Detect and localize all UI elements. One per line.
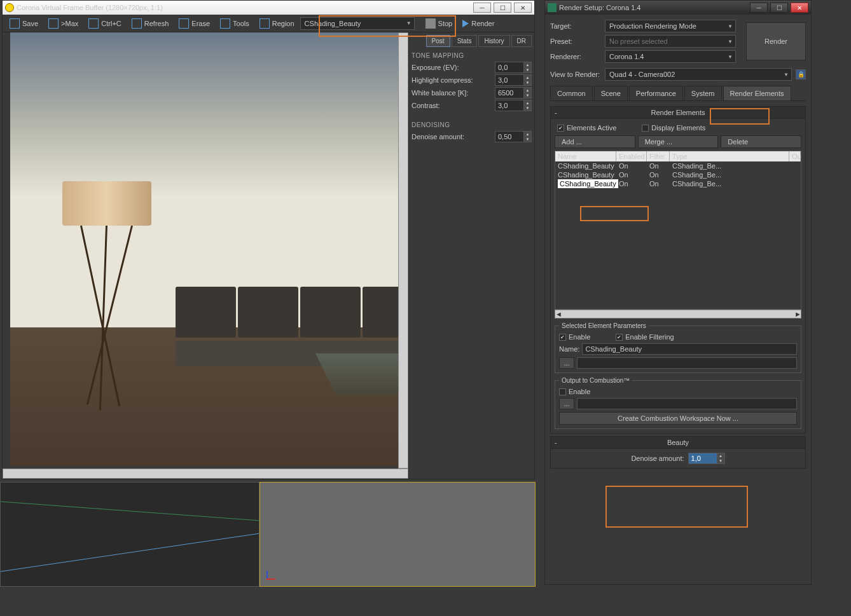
channel-dropdown[interactable]: CShading_Beauty [300, 17, 415, 30]
add-button[interactable]: Add ... [555, 135, 635, 148]
target-label: Target: [550, 22, 601, 30]
setup-maximize-button[interactable]: ☐ [770, 3, 788, 13]
erase-button[interactable]: Erase [174, 16, 214, 31]
contrast-spinner[interactable]: ▲▼ [495, 100, 532, 111]
tab-common[interactable]: Common [550, 86, 593, 100]
erase-icon [179, 18, 189, 29]
tab-render-elements[interactable]: Render Elements [723, 86, 791, 100]
minimize-button[interactable]: ─ [473, 3, 491, 13]
wb-spinner[interactable]: ▲▼ [495, 87, 532, 99]
stop-icon [426, 18, 436, 29]
app-icon [548, 3, 557, 12]
tab-post[interactable]: Post [426, 35, 450, 47]
beauty-denoise-label: Denoise amount: [631, 455, 684, 462]
viewport-strip [0, 482, 536, 587]
lamp-legs [74, 226, 140, 410]
delete-button[interactable]: Delete [721, 135, 801, 148]
stop-button[interactable]: Stop [421, 16, 457, 31]
close-button[interactable]: ✕ [514, 3, 532, 13]
preset-dropdown[interactable]: No preset selected [605, 35, 736, 48]
denoising-heading: DENOISING [412, 121, 532, 128]
combustion-path-input[interactable] [577, 398, 797, 409]
contrast-label: Contrast: [412, 102, 492, 109]
render-viewport[interactable] [3, 32, 408, 479]
ctrlc-button[interactable]: Ctrl+C [84, 16, 125, 31]
tab-scene[interactable]: Scene [594, 86, 628, 100]
save-icon [10, 18, 20, 29]
exposure-label: Exposure (EV): [412, 64, 492, 71]
beauty-rollout[interactable]: -Beauty [550, 436, 806, 449]
create-combustion-button[interactable]: Create Combustion Workspace Now ... [559, 412, 797, 425]
tab-history[interactable]: History [478, 35, 509, 47]
table-row[interactable]: CShading_BeautyOnOnCShading_Be... [555, 179, 801, 188]
elements-active-checkbox[interactable]: ✔Elements Active [557, 124, 616, 132]
browse-output-button[interactable]: ... [559, 357, 574, 369]
vfb-titlebar[interactable]: ☺ Corona Virtual Frame Buffer (1280×720p… [3, 1, 534, 15]
merge-button[interactable]: Merge ... [638, 135, 719, 148]
refresh-icon [132, 18, 142, 29]
vertical-scrollbar[interactable] [398, 32, 408, 469]
tab-dr[interactable]: DR [511, 35, 532, 47]
table [315, 353, 408, 395]
lamp-shade [62, 181, 151, 226]
render-elements-rollout[interactable]: -Render Elements [550, 106, 806, 119]
region-icon [259, 18, 270, 29]
tomax-button[interactable]: >Max [44, 16, 83, 31]
combustion-enable-checkbox[interactable]: Enable [559, 388, 797, 395]
name-label: Name: [559, 345, 579, 353]
tools-button[interactable]: Tools [216, 16, 254, 31]
sel-params-heading: Selected Element Parameters [559, 322, 649, 329]
beauty-denoise-spinner[interactable]: ▲▼ [688, 453, 725, 464]
play-icon [462, 20, 469, 27]
table-row[interactable]: CShading_BeautyOnOnCShading_Be... [555, 170, 801, 179]
copy-icon [88, 18, 99, 29]
view-label: View to Render: [550, 71, 601, 78]
svg-line-0 [1, 502, 259, 521]
display-elements-checkbox[interactable]: Display Elements [642, 124, 705, 132]
view-dropdown[interactable]: Quad 4 - Camera002 [605, 68, 792, 81]
setup-title: Render Setup: Corona 1.4 [559, 4, 640, 11]
highlight-spinner[interactable]: ▲▼ [495, 74, 532, 86]
rendered-image [10, 32, 408, 466]
viewport-graph[interactable] [0, 482, 259, 587]
setup-close-button[interactable]: ✕ [791, 3, 808, 13]
preset-label: Preset: [550, 38, 601, 45]
renderer-dropdown[interactable]: Corona 1.4 [605, 50, 736, 63]
elements-list[interactable]: Name Enabled Filter Type Ou CShading_Bea… [555, 151, 801, 310]
setup-minimize-button[interactable]: ─ [750, 3, 768, 13]
denoise-label: Denoise amount: [412, 133, 492, 140]
viewport-camera[interactable] [259, 482, 536, 587]
render-main-button[interactable]: Render [746, 22, 806, 60]
exposure-spinner[interactable]: ▲▼ [495, 62, 532, 73]
vfb-side-panel: Post Stats History DR TONE MAPPING Expos… [408, 32, 534, 479]
highlight-label: Highlight compress: [412, 76, 492, 84]
tab-stats[interactable]: Stats [452, 35, 478, 47]
vfb-window: ☺ Corona Virtual Frame Buffer (1280×720p… [2, 0, 535, 479]
max-icon [48, 18, 59, 29]
setup-titlebar[interactable]: Render Setup: Corona 1.4 ─ ☐ ✕ [545, 1, 811, 15]
lock-icon[interactable]: 🔒 [796, 69, 806, 79]
denoise-spinner[interactable]: ▲▼ [495, 131, 532, 142]
combustion-browse-button[interactable]: ... [559, 398, 574, 409]
region-button[interactable]: Region [255, 16, 299, 31]
refresh-button[interactable]: Refresh [127, 16, 174, 31]
save-button[interactable]: Save [5, 16, 43, 31]
tab-performance[interactable]: Performance [629, 86, 683, 100]
tonemapping-heading: TONE MAPPING [412, 52, 532, 59]
element-name-input[interactable] [582, 343, 797, 355]
table-row[interactable]: CShading_BeautyOnOnCShading_Be... [555, 161, 801, 170]
horizontal-scrollbar[interactable] [3, 469, 408, 479]
vfb-toolbar: Save >Max Ctrl+C Refresh Erase Tools Reg… [3, 15, 534, 32]
enable-checkbox[interactable]: ✔Enable [559, 333, 590, 341]
output-path-input[interactable] [577, 357, 797, 369]
target-dropdown[interactable]: Production Rendering Mode [605, 20, 736, 32]
tools-icon [220, 18, 230, 29]
render-setup-window: Render Setup: Corona 1.4 ─ ☐ ✕ Target:Pr… [544, 0, 812, 585]
enable-filtering-checkbox[interactable]: ✔Enable Filtering [616, 333, 674, 341]
render-button[interactable]: Render [458, 17, 499, 30]
svg-line-1 [1, 533, 259, 572]
vfb-title: Corona Virtual Frame Buffer (1280×720px,… [17, 4, 163, 11]
wb-label: White balance [K]: [412, 89, 492, 97]
tab-system[interactable]: System [684, 86, 722, 100]
maximize-button[interactable]: ☐ [494, 3, 511, 13]
